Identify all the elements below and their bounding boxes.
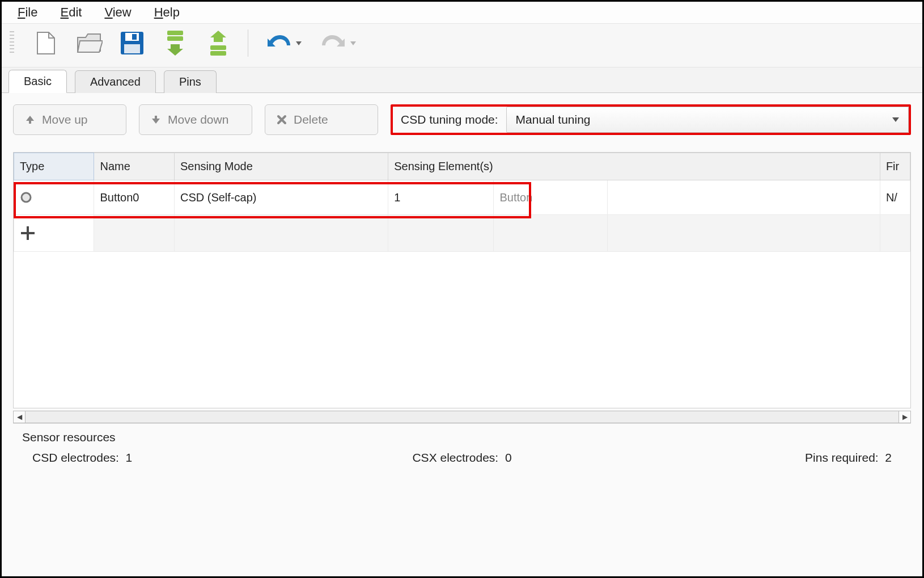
csd-tuning-value: Manual tuning: [516, 113, 591, 126]
tab-advanced-label: Advanced: [90, 75, 141, 88]
csx-electrodes-label: CSX electrodes:: [412, 451, 498, 464]
cell-sens-kind: Button: [494, 180, 607, 215]
open-file-button[interactable]: [75, 29, 103, 57]
arrow-up-icon: [25, 115, 35, 125]
sensor-resources-title: Sensor resources: [22, 431, 902, 444]
menu-help[interactable]: HelpHelp: [154, 5, 180, 20]
delete-label: Delete: [294, 113, 328, 126]
pins-required-value: 2: [885, 451, 892, 464]
scroll-left-icon[interactable]: ◀: [13, 411, 26, 423]
move-up-label: Move up: [42, 113, 88, 126]
add-widget-cell[interactable]: [14, 215, 94, 252]
menu-edit[interactable]: EditEdit: [60, 5, 82, 20]
chevron-down-icon: [296, 41, 302, 45]
cell-name[interactable]: Button0: [94, 180, 174, 215]
scroll-track[interactable]: [26, 411, 898, 423]
svg-rect-6: [210, 45, 226, 50]
csd-electrodes-label: CSD electrodes:: [32, 451, 119, 464]
download-button[interactable]: [162, 29, 189, 57]
tab-basic-page: Move up Move down Delete CSD tuning mode…: [2, 93, 922, 576]
sensor-resources: Sensor resources CSD electrodes: 1 CSX e…: [13, 423, 911, 474]
save-button[interactable]: [118, 29, 146, 57]
h-scrollbar[interactable]: ◀ ▶: [13, 411, 911, 423]
chevron-down-icon: [892, 117, 899, 122]
pins-required-label: Pins required:: [805, 451, 879, 464]
tab-basic-label: Basic: [24, 75, 52, 87]
add-widget-row[interactable]: [14, 215, 910, 252]
cell-sens-count[interactable]: 1: [388, 180, 494, 215]
svg-point-8: [22, 193, 31, 202]
col-type-header[interactable]: Type: [14, 153, 94, 180]
csd-electrodes-value: 1: [126, 451, 133, 464]
tab-pins-label: Pins: [179, 75, 201, 88]
menu-view[interactable]: ViewView: [104, 5, 131, 20]
move-down-label: Move down: [168, 113, 228, 126]
svg-rect-4: [167, 31, 183, 35]
new-file-button[interactable]: [32, 29, 60, 57]
col-sens-header[interactable]: Sensing Element(s): [388, 153, 880, 180]
cell-mode[interactable]: CSD (Self-cap): [174, 180, 388, 215]
redo-button[interactable]: [319, 29, 357, 57]
col-mode-header[interactable]: Sensing Mode: [174, 153, 388, 180]
widgets-table: Type Name Sensing Mode Sensing Element(s…: [13, 152, 911, 408]
tab-basic[interactable]: Basic: [9, 70, 67, 93]
move-up-button[interactable]: Move up: [13, 104, 126, 135]
svg-rect-2: [132, 34, 137, 40]
csd-tuning-label: CSD tuning mode:: [393, 107, 506, 133]
delete-button[interactable]: Delete: [265, 104, 378, 135]
cell-sens-pad: [607, 180, 880, 215]
tab-pins[interactable]: Pins: [164, 70, 217, 93]
grip-icon: [10, 31, 14, 55]
button-widget-icon: [20, 191, 32, 204]
tab-advanced[interactable]: Advanced: [75, 70, 156, 93]
svg-rect-3: [124, 44, 140, 53]
x-icon: [277, 115, 287, 125]
upload-button[interactable]: [205, 29, 232, 57]
cell-fir[interactable]: N/: [880, 180, 910, 215]
arrow-down-icon: [151, 115, 161, 125]
tabstrip: Basic Advanced Pins: [2, 67, 922, 93]
col-fir-header[interactable]: Fir: [880, 153, 910, 180]
toolbar-separator: [248, 29, 248, 57]
svg-rect-5: [167, 36, 183, 41]
toolbar: [2, 24, 922, 67]
menu-file[interactable]: FFileile: [18, 5, 37, 20]
svg-rect-7: [210, 51, 226, 56]
csd-tuning-select[interactable]: Manual tuning: [506, 107, 909, 133]
actions-row: Move up Move down Delete CSD tuning mode…: [13, 104, 911, 135]
undo-button[interactable]: [264, 29, 303, 57]
scroll-right-icon[interactable]: ▶: [898, 411, 911, 423]
cell-type[interactable]: [14, 180, 94, 215]
table-row[interactable]: Button0 CSD (Self-cap) 1 Button N/: [14, 180, 910, 215]
move-down-button[interactable]: Move down: [139, 104, 252, 135]
csd-tuning-group: CSD tuning mode: Manual tuning: [391, 104, 911, 135]
menubar: FFileile EditEdit ViewView HelpHelp: [2, 2, 922, 24]
plus-icon: [20, 225, 36, 241]
chevron-down-icon: [350, 41, 356, 45]
csx-electrodes-value: 0: [505, 451, 512, 464]
col-name-header[interactable]: Name: [94, 153, 174, 180]
